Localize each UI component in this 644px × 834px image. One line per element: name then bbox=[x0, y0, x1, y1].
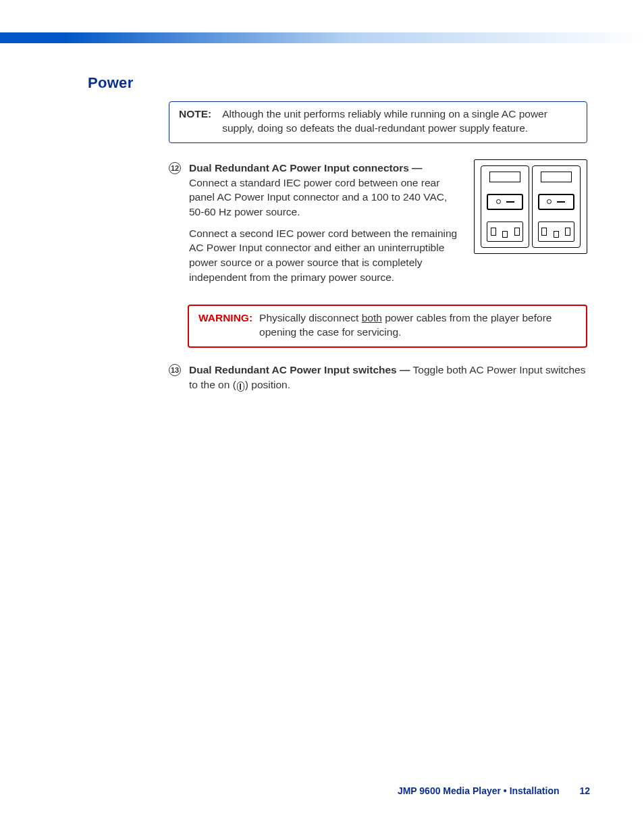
item-12-para1: Connect a standard IEC power cord betwee… bbox=[189, 177, 447, 217]
warning-underlined: both bbox=[362, 312, 382, 323]
page-number: 12 bbox=[579, 785, 590, 796]
item-13: 13 Dual Redundant AC Power Input switche… bbox=[169, 363, 587, 398]
power-connectors-diagram bbox=[474, 159, 587, 254]
footer-text: JMP 9600 Media Player • Installation bbox=[398, 785, 560, 796]
item-13-title: Dual Redundant AC Power Input switches — bbox=[189, 364, 410, 375]
item-12: 12 Dual Redundant AC Power Input connect… bbox=[169, 161, 587, 292]
module-slot-icon bbox=[489, 172, 520, 182]
warning-pre: Physically disconnect bbox=[259, 312, 362, 323]
power-module-left bbox=[481, 165, 529, 248]
iec-socket-icon bbox=[487, 221, 523, 242]
warning-text: Physically disconnect both power cables … bbox=[259, 311, 576, 340]
module-switch-icon bbox=[538, 194, 574, 210]
item-13-text-b: ) position. bbox=[245, 379, 290, 390]
page-content: Power NOTE: Although the unit performs r… bbox=[88, 74, 587, 399]
module-slot-icon bbox=[541, 172, 572, 182]
item-number-badge: 12 bbox=[169, 162, 181, 174]
iec-socket-icon bbox=[538, 221, 574, 242]
warning-callout: WARNING: Physically disconnect both powe… bbox=[188, 305, 587, 348]
item-12-para2: Connect a second IEC power cord between … bbox=[189, 226, 460, 285]
module-switch-icon bbox=[487, 194, 523, 210]
page-footer: JMP 9600 Media Player • Installation 12 bbox=[398, 785, 590, 796]
warning-label: WARNING: bbox=[198, 311, 252, 340]
item-number-badge: 13 bbox=[169, 364, 181, 376]
note-callout: NOTE: Although the unit performs reliabl… bbox=[169, 101, 587, 143]
note-text: Although the unit performs reliably whil… bbox=[222, 107, 577, 136]
header-accent-bar bbox=[0, 32, 644, 43]
note-label: NOTE: bbox=[179, 107, 211, 136]
item-12-title: Dual Redundant AC Power Input connectors… bbox=[189, 162, 423, 174]
power-on-symbol-icon bbox=[237, 382, 244, 392]
section-heading: Power bbox=[88, 74, 587, 92]
power-module-right bbox=[532, 165, 581, 248]
